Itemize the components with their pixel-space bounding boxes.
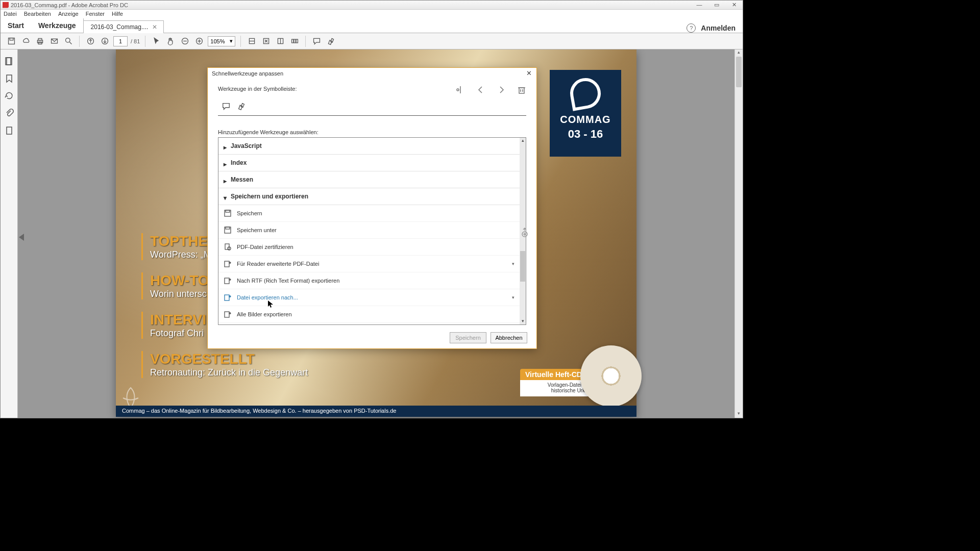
mouse-cursor [268,300,274,309]
left-panel [1,49,18,418]
dialog-title: Schnellwerkzeuge anpassen [212,70,283,77]
prev-page-icon[interactable] [19,234,24,241]
thumbnails-icon[interactable] [5,57,14,66]
export-icon [224,260,232,268]
cloud-icon[interactable] [20,36,31,47]
export-rtf-icon [224,277,232,285]
maximize-button[interactable]: ▭ [708,2,725,8]
divider-icon[interactable] [456,85,465,94]
add-tools-label: Hinzuzufügende Werkzeuge auswählen: [218,129,526,135]
tab-home[interactable]: Start [1,18,31,33]
dialog-save-button[interactable]: Speichern [450,332,486,343]
tab-tools[interactable]: Werkzeuge [31,18,84,33]
menu-edit[interactable]: Bearbeiten [24,11,51,17]
page-down-icon[interactable] [99,36,110,47]
svg-point-6 [65,38,70,43]
magazine-logo: COMMAG 03 - 16 [550,70,621,157]
fit-height-icon[interactable] [275,36,286,47]
svg-rect-37 [225,278,229,284]
svg-rect-31 [226,210,230,212]
scroll-up-icon[interactable]: ▴ [520,138,526,144]
certify-icon [224,243,232,251]
svg-point-25 [457,89,459,91]
export-file-icon [224,293,232,302]
menu-view[interactable]: Anzeige [58,11,79,17]
help-icon[interactable]: ? [687,23,696,33]
save-as-icon [224,226,232,234]
export-images-icon [224,310,232,318]
scroll-up-icon[interactable]: ▴ [735,49,743,57]
current-toolbar-tools[interactable] [218,96,526,116]
highlight-icon[interactable] [325,36,336,47]
highlight-tool-icon[interactable] [236,102,247,111]
page-up-icon[interactable] [85,36,96,47]
menu-window[interactable]: Fenster [86,11,105,17]
svg-line-7 [69,42,71,44]
window-controls: — ▭ ✕ [691,2,743,8]
item-export-images[interactable]: Alle Bilder exportieren [218,306,520,323]
page-number-input[interactable] [113,36,128,46]
item-certify[interactable]: PDF-Datei zertifizieren [218,239,520,256]
item-export-file-to[interactable]: Datei exportieren nach... ▾ [218,289,520,306]
move-right-icon[interactable] [497,85,506,94]
close-dialog-button[interactable]: ✕ [524,69,533,77]
comment-icon[interactable] [311,36,322,47]
fit-width-icon[interactable] [246,36,257,47]
chevron-down-icon: ▾ [512,295,514,300]
page-icon[interactable] [5,126,14,135]
print-icon[interactable] [34,36,45,47]
svg-rect-36 [225,261,229,267]
attachment-icon[interactable] [5,109,14,118]
svg-rect-39 [225,312,229,317]
mail-icon[interactable] [48,36,60,47]
vertical-scrollbar[interactable]: ▴ ▾ [734,49,743,418]
menu-bar: Datei Bearbeiten Anzeige Fenster Hilfe [1,10,743,18]
tab-bar: Start Werkzeuge 2016-03_Commag.... ✕ ? A… [1,18,743,33]
svg-rect-38 [225,295,229,300]
zoom-select[interactable]: 105%▾ [208,36,235,46]
delete-icon[interactable] [517,85,526,94]
close-tab-icon[interactable]: ✕ [152,23,157,31]
item-export-rtf[interactable]: Nach RTF (Rich Text Format) exportieren [218,272,520,289]
category-javascript[interactable]: ▸JavaScript [218,138,520,155]
category-index[interactable]: ▸Index [218,155,520,171]
bookmarks-icon[interactable] [5,74,14,83]
scroll-thumb[interactable] [520,251,525,282]
item-reader-extended[interactable]: Für Reader erweiterte PDF-Datei ▾ [218,256,520,272]
fit-page-icon[interactable] [260,36,272,47]
scroll-down-icon[interactable]: ▾ [520,318,526,324]
move-left-icon[interactable] [476,85,485,94]
category-measure[interactable]: ▸Messen [218,171,520,188]
cd-box: Virtuelle Heft-CD Vorlagen-Datei für ein… [520,369,627,396]
minimize-button[interactable]: — [691,2,708,8]
cd-disc-icon [580,345,642,407]
scroll-down-icon[interactable]: ▾ [735,411,743,418]
search-icon[interactable] [63,36,74,47]
rotate-icon[interactable] [5,91,14,101]
menu-help[interactable]: Hilfe [112,11,123,17]
pointer-icon[interactable] [151,36,162,47]
login-link[interactable]: Anmelden [701,24,736,32]
scroll-thumb[interactable] [736,57,742,87]
chevron-down-icon: ▾ [230,38,233,44]
category-save-export[interactable]: ▾Speichern und exportieren [218,188,520,205]
add-to-toolbar-button[interactable] [519,227,530,238]
menu-file[interactable]: Datei [4,11,17,17]
close-window-button[interactable]: ✕ [725,2,743,8]
svg-rect-23 [7,127,12,134]
zoom-in-icon[interactable] [193,36,205,47]
item-save[interactable]: Speichern [218,205,520,222]
save-icon[interactable] [6,36,17,47]
page-total: / 81 [131,38,140,44]
zoom-out-icon[interactable] [179,36,190,47]
app-icon [3,2,9,8]
comment-tool-icon[interactable] [221,102,231,111]
svg-rect-33 [226,227,230,229]
item-save-as[interactable]: Speichern unter [218,222,520,239]
main-toolbar: / 81 105%▾ [1,33,743,49]
svg-rect-0 [8,38,14,44]
document-tab[interactable]: 2016-03_Commag.... ✕ [83,20,164,33]
dialog-cancel-button[interactable]: Abbrechen [491,332,527,343]
hand-icon[interactable] [165,36,176,47]
view-mode-icon[interactable] [289,36,300,47]
